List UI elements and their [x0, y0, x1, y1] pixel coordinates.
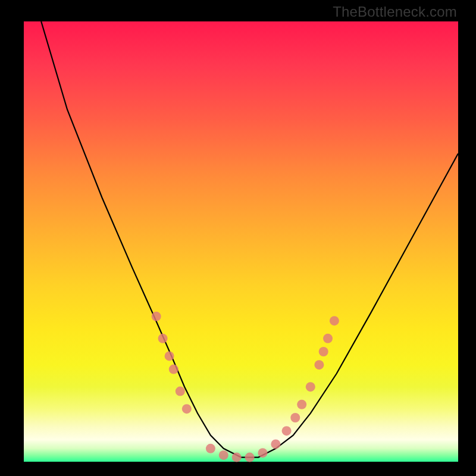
data-point	[282, 426, 292, 436]
data-point	[219, 450, 228, 460]
chart-svg	[24, 21, 458, 462]
data-point	[319, 347, 328, 356]
data-point	[306, 382, 315, 392]
data-markers	[152, 312, 339, 462]
data-point	[323, 334, 333, 343]
data-point	[158, 334, 168, 343]
data-point	[245, 453, 255, 462]
data-point	[330, 316, 339, 325]
data-point	[297, 400, 306, 409]
data-point	[165, 351, 174, 361]
data-point	[258, 448, 268, 458]
plot-area	[24, 21, 458, 462]
data-point	[176, 387, 185, 396]
data-point	[232, 453, 242, 462]
watermark-text: TheBottleneck.com	[333, 4, 457, 20]
data-point	[182, 404, 192, 414]
data-point	[314, 360, 324, 369]
bottleneck-curve	[41, 21, 458, 458]
data-point	[152, 312, 161, 321]
data-point	[271, 439, 280, 449]
data-point	[206, 444, 215, 453]
data-point	[290, 413, 300, 422]
data-point	[169, 365, 178, 374]
